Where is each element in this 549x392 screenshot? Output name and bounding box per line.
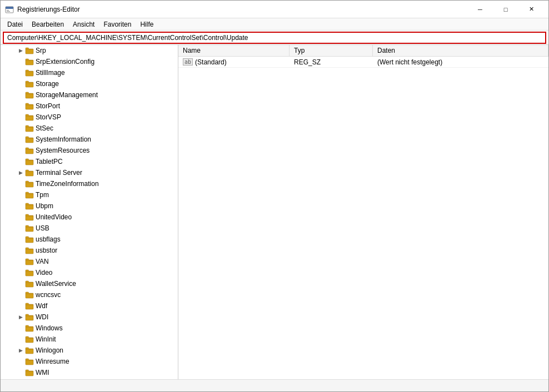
- address-input[interactable]: [3, 32, 546, 44]
- col-header-name[interactable]: Name: [178, 45, 290, 56]
- tree-item[interactable]: ▶ WDI: [1, 311, 178, 323]
- folder-icon: [25, 302, 34, 310]
- col-header-type[interactable]: Typ: [290, 45, 373, 56]
- tree-expander-icon[interactable]: ▶: [16, 346, 25, 355]
- tree-expander-icon[interactable]: [16, 113, 25, 122]
- tree-item[interactable]: StillImage: [1, 67, 178, 78]
- tree-item-label: usbstor: [36, 247, 57, 254]
- tree-item[interactable]: WalletService: [1, 278, 178, 289]
- folder-icon: [25, 102, 34, 110]
- tree-item-label: Wdf: [36, 302, 47, 310]
- tree-expander-icon[interactable]: [16, 190, 25, 199]
- tree-item[interactable]: ▶ Srp: [1, 45, 178, 56]
- tree-expander-icon[interactable]: [16, 79, 25, 88]
- tree-expander-icon[interactable]: [16, 57, 25, 66]
- main-content: ▶ Srp SrpExtensionConfig StillImage Stor…: [1, 45, 548, 379]
- folder-icon: [25, 247, 34, 254]
- tree-expander-icon[interactable]: ▶: [16, 168, 25, 177]
- tree-item-label: WinInit: [36, 335, 56, 343]
- tree-item[interactable]: Ubpm: [1, 200, 178, 212]
- restore-button[interactable]: □: [493, 1, 518, 18]
- tree-item[interactable]: TabletPC: [1, 156, 178, 167]
- right-panel: Name Typ Daten ab(Standard)REG_SZ(Wert n…: [178, 45, 548, 379]
- menu-hilfe[interactable]: Hilfe: [136, 19, 158, 29]
- tree-expander-icon[interactable]: [16, 368, 25, 377]
- tree-expander-icon[interactable]: [16, 279, 25, 288]
- tree-expander-icon[interactable]: [16, 324, 25, 333]
- menu-datei[interactable]: Datei: [3, 19, 27, 29]
- tree-expander-icon[interactable]: [16, 213, 25, 222]
- tree-item[interactable]: Storage: [1, 78, 178, 89]
- tree-item-label: VAN: [36, 258, 49, 265]
- minimize-button[interactable]: ─: [467, 1, 493, 18]
- tree-item-label: Tpm: [36, 191, 49, 199]
- tree-item[interactable]: VAN: [1, 256, 178, 267]
- tree-item[interactable]: SystemInformation: [1, 134, 178, 145]
- menu-favoriten[interactable]: Favoriten: [99, 19, 136, 29]
- tree-expander-icon[interactable]: [16, 179, 25, 188]
- tree-expander-icon[interactable]: [16, 124, 25, 133]
- tree-item[interactable]: StSec: [1, 123, 178, 134]
- tree-item[interactable]: SrpExtensionConfig: [1, 56, 178, 67]
- close-button[interactable]: ✕: [518, 1, 544, 18]
- svg-rect-1: [6, 7, 13, 9]
- menu-ansicht[interactable]: Ansicht: [68, 19, 99, 29]
- tree-expander-icon[interactable]: [16, 357, 25, 366]
- tree-expander-icon[interactable]: ▶: [16, 313, 25, 321]
- tree-expander-icon[interactable]: [16, 91, 25, 99]
- folder-icon: [25, 269, 34, 277]
- svg-rect-2: [7, 10, 9, 11]
- folder-icon: [25, 191, 34, 199]
- folder-icon: [25, 124, 34, 132]
- tree-item-label: Storage: [36, 80, 59, 88]
- tree-expander-icon[interactable]: [16, 135, 25, 144]
- tree-item[interactable]: WinInit: [1, 334, 178, 345]
- col-header-data[interactable]: Daten: [373, 45, 548, 56]
- tree-item-label: usbflags: [36, 235, 61, 243]
- tree-expander-icon[interactable]: [16, 235, 25, 244]
- table-row[interactable]: ab(Standard)REG_SZ(Wert nicht festgelegt…: [178, 57, 548, 68]
- tree-expander-icon[interactable]: [16, 157, 25, 166]
- tree-expander-icon[interactable]: [16, 246, 25, 255]
- folder-icon: [25, 346, 34, 354]
- tree-expander-icon[interactable]: [16, 202, 25, 210]
- tree-item[interactable]: TimeZoneInformation: [1, 178, 178, 189]
- tree-item[interactable]: UnitedVideo: [1, 212, 178, 223]
- tree-item-label: USB: [36, 224, 49, 232]
- tree-item-label: wcncsvc: [36, 291, 61, 299]
- tree-item[interactable]: Video: [1, 267, 178, 278]
- tree-item[interactable]: Tpm: [1, 189, 178, 200]
- table-cell-type: REG_SZ: [290, 57, 373, 67]
- tree-item[interactable]: WMI: [1, 367, 178, 378]
- tree-item[interactable]: SystemResources: [1, 145, 178, 156]
- tree-item[interactable]: usbflags: [1, 234, 178, 245]
- tree-item[interactable]: usbstor: [1, 245, 178, 256]
- tree-expander-icon[interactable]: [16, 301, 25, 310]
- tree-item[interactable]: USB: [1, 223, 178, 234]
- tree-item[interactable]: StorageManagement: [1, 89, 178, 100]
- tree-expander-icon[interactable]: [16, 146, 25, 155]
- tree-expander-icon[interactable]: [16, 268, 25, 277]
- folder-icon: [25, 280, 34, 288]
- tree-item[interactable]: Windows: [1, 323, 178, 334]
- tree-item[interactable]: ▶ Winlogon: [1, 345, 178, 356]
- tree-item[interactable]: StorVSP: [1, 112, 178, 123]
- tree-item[interactable]: Wdf: [1, 300, 178, 311]
- tree-item[interactable]: WorkplaceJoin: [1, 378, 178, 379]
- folder-icon: [25, 291, 34, 299]
- tree-item[interactable]: wcncsvc: [1, 289, 178, 300]
- tree-item[interactable]: ▶ Terminal Server: [1, 167, 178, 178]
- tree-expander-icon[interactable]: [16, 335, 25, 344]
- tree-item[interactable]: Winresume: [1, 356, 178, 367]
- tree-expander-icon[interactable]: [16, 290, 25, 299]
- tree-expander-icon[interactable]: [16, 224, 25, 233]
- tree-expander-icon[interactable]: [16, 102, 25, 110]
- tree-expander-icon[interactable]: [16, 68, 25, 77]
- tree-item-label: Video: [36, 269, 52, 277]
- tree-item[interactable]: StorPort: [1, 100, 178, 112]
- reg-ab-icon: ab: [183, 58, 193, 66]
- tree-expander-icon[interactable]: [16, 257, 25, 266]
- tree-item-label: Windows: [36, 324, 63, 332]
- tree-expander-icon[interactable]: ▶: [16, 46, 25, 55]
- menu-bearbeiten[interactable]: Bearbeiten: [27, 19, 68, 29]
